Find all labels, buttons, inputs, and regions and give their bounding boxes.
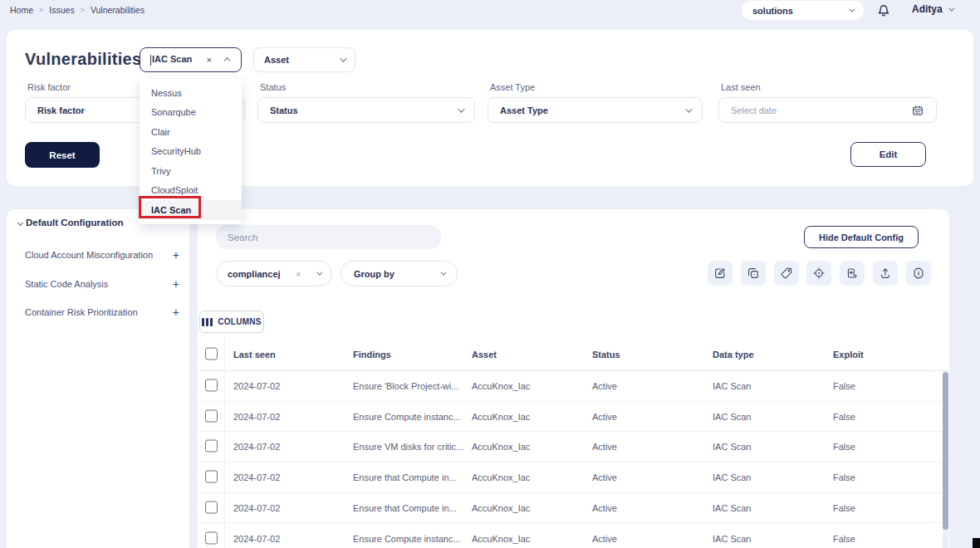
cell-status: Active [592,442,617,452]
page-title: Vulnerabilities [25,50,141,69]
cell-exploit: False [833,534,855,544]
cell-data-type: IAC Scan [713,534,751,544]
status-select-value: Status [270,105,298,115]
cell-last-seen: 2024-07-02 [233,381,280,391]
bell-icon [875,2,892,18]
breadcrumb-separator: > [81,6,85,14]
header-exploit: Exploit [833,350,864,360]
chevron-down-icon [316,270,322,276]
target-button[interactable] [806,261,831,286]
columns-button[interactable]: COLUMNS [199,311,264,333]
cell-findings: Ensure 'Block Project-wi... [353,381,458,391]
data-source-select[interactable]: IAC Scan × [140,47,242,72]
table-row[interactable]: 2024-07-02 Ensure Compute instanc... Acc… [198,402,949,433]
asset-select[interactable]: Asset [253,47,355,72]
table-row[interactable]: 2024-07-02 Ensure Compute instanc... Acc… [198,524,949,548]
dropdown-option-clair[interactable]: Clair [140,122,242,142]
asset-type-select[interactable]: Asset Type [488,97,703,123]
dropdown-option-iac-scan[interactable]: IAC Scan [140,200,242,220]
dropdown-option-sonarqube[interactable]: Sonarqube [140,103,242,123]
plus-icon[interactable]: + [173,306,179,318]
table-row[interactable]: 2024-07-02 Ensure that Compute in... Acc… [198,462,949,493]
export-button[interactable] [873,261,898,286]
info-button[interactable] [906,261,931,286]
status-select[interactable]: Status [257,97,475,123]
default-configuration-header[interactable]: Default Configuration [18,218,124,228]
row-checkbox[interactable] [205,501,218,513]
tenant-select[interactable]: solutions [742,1,864,20]
chevron-down-icon [440,270,446,276]
edit-icon [713,267,727,280]
cell-exploit: False [833,472,855,482]
cell-status: Active [592,472,617,482]
target-icon [812,267,826,280]
breadcrumb-vulnerabilities[interactable]: Vulnerabilities [91,5,145,15]
copy-button[interactable] [741,261,766,286]
risk-factor-label: Risk factor [27,82,71,92]
sidebar-item-static-code-analysis[interactable]: Static Code Analysis + [25,278,179,290]
header-status: Status [592,350,620,360]
dropdown-option-trivy[interactable]: Trivy [140,161,242,181]
last-seen-label: Last seen [721,82,761,92]
table-row[interactable]: 2024-07-02 Ensure that Compute in... Acc… [198,493,949,524]
asset-select-value: Asset [264,55,289,65]
notification-bell-button[interactable] [875,2,892,18]
tag-button[interactable] [774,261,799,286]
dropdown-option-securityhub[interactable]: SecurityHub [140,142,242,162]
cell-last-seen: 2024-07-02 [233,442,280,452]
cell-asset: AccuKnox_Iac [472,442,530,452]
table-header-row: Last seen Findings Asset Status Data typ… [198,338,949,371]
row-checkbox[interactable] [205,440,218,453]
vertical-scrollbar-track[interactable] [943,372,948,548]
sidebar-item-label: Container Risk Prioritization [25,307,138,317]
sidebar-item-container-risk-prioritization[interactable]: Container Risk Prioritization + [25,306,179,318]
sidebar-item-label: Static Code Analysis [25,279,108,289]
header-last-seen: Last seen [233,350,276,360]
findings-panel: Hide Default Config compliancej × Group … [198,209,949,548]
hide-default-config-button[interactable]: Hide Default Config [804,226,919,248]
cell-last-seen: 2024-07-02 [233,472,280,482]
last-seen-date-input[interactable]: Select date [718,97,937,123]
breadcrumb-home[interactable]: Home [10,5,33,15]
compliance-filter-chip[interactable]: compliancej × [216,261,332,286]
clear-icon[interactable]: × [206,55,211,65]
dropdown-option-cloudsploit[interactable]: CloudSploit [140,181,242,201]
cell-asset: AccuKnox_Iac [472,472,530,482]
cell-findings: Ensure that Compute in... [353,472,457,482]
cell-asset: AccuKnox_Iac [472,412,530,422]
chevron-up-icon [223,57,230,64]
breadcrumb-issues[interactable]: Issues [49,5,74,15]
reset-button[interactable]: Reset [25,142,100,168]
clear-icon[interactable]: × [296,269,301,279]
row-checkbox[interactable] [205,531,218,544]
search-input[interactable] [216,225,441,249]
edit-finding-button[interactable] [708,261,733,286]
vertical-scrollbar-thumb[interactable] [943,372,948,530]
tag-icon [780,267,793,280]
group-by-select[interactable]: Group by [341,261,458,286]
edit-button[interactable]: Edit [850,142,926,167]
cell-exploit: False [833,381,855,391]
plus-icon[interactable]: + [173,278,179,290]
chevron-down-icon [849,7,855,12]
data-source-dropdown-menu: Nessus Sonarqube Clair SecurityHub Trivy… [140,79,242,224]
table-row[interactable]: 2024-07-02 Ensure VM disks for critic...… [198,432,949,462]
add-ticket-icon [845,267,859,280]
cell-findings: Ensure that Compute in... [353,503,457,513]
info-icon [912,267,925,280]
add-ticket-button[interactable] [840,261,865,286]
select-all-checkbox[interactable] [205,347,218,360]
chevron-down-icon [340,55,346,61]
plus-icon[interactable]: + [173,249,179,261]
status-label: Status [260,82,286,92]
sidebar-item-cloud-account-misconfiguration[interactable]: Cloud Account Misconfiguration + [25,249,179,261]
row-checkbox[interactable] [205,409,218,422]
dropdown-option-nessus[interactable]: Nessus [140,83,242,103]
table-row[interactable]: 2024-07-02 Ensure 'Block Project-wi... A… [198,371,949,402]
sidebar-item-label: Cloud Account Misconfiguration [25,250,153,260]
row-checkbox[interactable] [205,379,218,391]
header-asset: Asset [472,350,497,360]
header-findings: Findings [353,350,391,360]
user-menu[interactable]: Aditya [912,3,953,15]
row-checkbox[interactable] [205,470,218,482]
